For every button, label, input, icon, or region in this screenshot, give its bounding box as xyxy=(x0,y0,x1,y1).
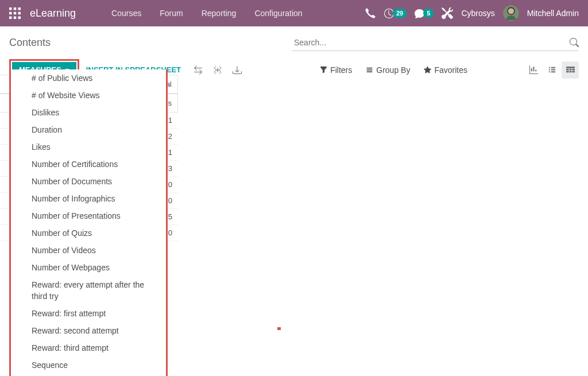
view-switcher xyxy=(525,61,579,79)
activity-badge[interactable]: 29 xyxy=(384,9,407,18)
svg-rect-8 xyxy=(18,17,21,19)
download-icon[interactable] xyxy=(233,65,242,75)
measure-option[interactable]: # of Website Views xyxy=(11,87,166,104)
svg-rect-4 xyxy=(14,12,16,14)
svg-rect-5 xyxy=(18,12,21,14)
groupby-label: Group By xyxy=(376,65,410,75)
topbar-right: 29 5 Cybrosys Mitchell Admin xyxy=(365,5,579,21)
search-icon[interactable] xyxy=(570,38,579,47)
subheader: Contents xyxy=(0,26,588,55)
topbar: eLearning Courses Forum Reporting Config… xyxy=(0,0,588,26)
nav-items: Courses Forum Reporting Configuration xyxy=(105,4,310,22)
measure-option[interactable]: Number of Webpages xyxy=(11,259,166,276)
company-name[interactable]: Cybrosys xyxy=(461,9,494,18)
measure-option[interactable]: Reward: first attempt xyxy=(11,305,166,322)
svg-rect-2 xyxy=(18,7,21,10)
view-graph-button[interactable] xyxy=(525,61,542,79)
page-title: Contents xyxy=(9,37,51,49)
filter-group: Filters Group By Favorites xyxy=(320,65,467,75)
svg-rect-0 xyxy=(9,7,11,10)
messages-badge[interactable]: 5 xyxy=(415,9,434,18)
annotation-marker xyxy=(277,327,281,330)
svg-rect-6 xyxy=(9,17,11,19)
favorites-button[interactable]: Favorites xyxy=(424,65,467,75)
search-area xyxy=(292,34,579,51)
measure-option[interactable]: Reward: second attempt xyxy=(11,322,166,339)
nav-configuration[interactable]: Configuration xyxy=(247,4,309,22)
filters-label: Filters xyxy=(330,65,352,75)
filters-button[interactable]: Filters xyxy=(320,65,352,75)
measure-option[interactable]: Number of Presentations xyxy=(11,207,166,224)
activity-count: 29 xyxy=(393,9,407,18)
measure-option[interactable]: Total Slides xyxy=(11,374,166,376)
measure-option[interactable]: Duration xyxy=(11,121,166,138)
svg-rect-3 xyxy=(9,12,11,14)
measure-option[interactable]: Number of Videos xyxy=(11,242,166,259)
expand-icon[interactable] xyxy=(213,65,222,75)
svg-rect-1 xyxy=(14,7,16,10)
groupby-button[interactable]: Group By xyxy=(366,65,410,75)
phone-icon[interactable] xyxy=(365,7,376,19)
favorites-label: Favorites xyxy=(434,65,467,75)
measure-option[interactable]: Number of Certifications xyxy=(11,156,166,173)
svg-rect-7 xyxy=(14,17,16,19)
avatar[interactable] xyxy=(503,5,519,21)
measure-option[interactable]: Number of Documents xyxy=(11,173,166,190)
measure-option[interactable]: Reward: every attempt after the third tr… xyxy=(11,276,166,305)
search-input[interactable] xyxy=(292,34,570,51)
measures-dropdown: # of Public Views # of Website Views Dis… xyxy=(9,69,168,376)
nav-forum[interactable]: Forum xyxy=(153,4,189,22)
measure-option[interactable]: Dislikes xyxy=(11,104,166,121)
measure-option[interactable]: Number of Infographics xyxy=(11,190,166,207)
measure-option[interactable]: Reward: third attempt xyxy=(11,339,166,356)
nav-reporting[interactable]: Reporting xyxy=(195,4,243,22)
measure-option[interactable]: # of Public Views xyxy=(11,69,166,87)
measure-option[interactable]: Sequence xyxy=(11,356,166,374)
measure-option[interactable]: Number of Quizs xyxy=(11,224,166,242)
view-list-button[interactable] xyxy=(543,61,560,79)
apps-icon[interactable] xyxy=(9,7,21,19)
tools-icon[interactable] xyxy=(442,7,453,19)
brand[interactable]: eLearning xyxy=(30,7,76,20)
nav-courses[interactable]: Courses xyxy=(105,4,148,22)
measure-option[interactable]: Likes xyxy=(11,138,166,156)
messages-count: 5 xyxy=(423,9,434,18)
view-pivot-button[interactable] xyxy=(562,61,579,79)
flip-axis-icon[interactable] xyxy=(194,65,203,75)
user-name[interactable]: Mitchell Admin xyxy=(527,9,579,18)
tool-icons xyxy=(194,65,242,75)
